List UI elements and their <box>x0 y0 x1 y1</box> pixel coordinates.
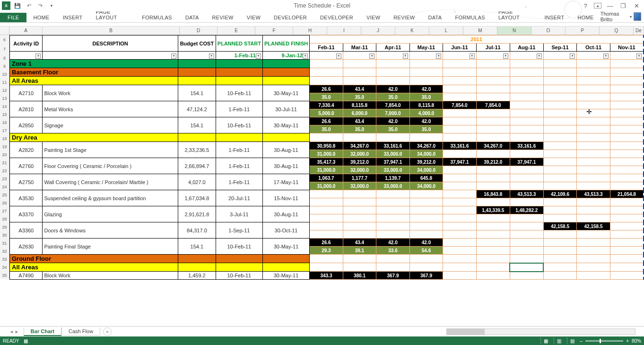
row-header[interactable]: 19 <box>0 142 9 150</box>
minimize-button[interactable]: — <box>605 1 615 10</box>
filter-dropdown-icon[interactable]: ▼ <box>171 53 176 59</box>
tab-developer[interactable]: DEVELOPER <box>267 13 313 22</box>
col-header-L[interactable]: L <box>429 27 463 35</box>
macro-record-icon[interactable]: ▦ <box>24 338 28 344</box>
zoom-in-button[interactable]: + <box>626 338 629 344</box>
col-header-A[interactable]: A <box>9 27 43 35</box>
row-header[interactable]: 12 <box>0 86 9 94</box>
row-header[interactable]: 13 <box>0 94 9 102</box>
sheet-tab[interactable]: Cash Flow <box>61 327 100 336</box>
row-header[interactable]: 17 <box>0 126 9 134</box>
col-header-Q[interactable]: Q <box>600 27 634 35</box>
row-header[interactable]: 11 <box>0 78 9 86</box>
filter-dropdown-icon[interactable]: ▼ <box>403 53 408 59</box>
tab-formulas[interactable]: FORMULAS <box>448 13 492 22</box>
ribbon-options-button[interactable]: ▴ <box>594 3 601 9</box>
col-header-E[interactable]: E <box>218 27 255 35</box>
row-header[interactable]: 9 <box>0 62 9 70</box>
filter-dropdown-icon[interactable]: ▼ <box>537 53 542 59</box>
tab-formulas[interactable]: FORMULAS <box>135 13 179 22</box>
row-header[interactable]: 26 <box>0 199 9 207</box>
qat-dropdown[interactable]: ▼ <box>46 0 57 11</box>
select-all-corner[interactable] <box>0 27 9 35</box>
tab-insert[interactable]: INSERT <box>538 13 571 22</box>
row-header[interactable]: 23 <box>0 175 9 183</box>
row-header[interactable]: 21 <box>0 159 9 167</box>
row-header[interactable]: 27 <box>0 207 9 215</box>
filter-dropdown-icon[interactable]: ▼ <box>209 53 214 59</box>
restore-button[interactable]: ❐ <box>618 1 628 10</box>
horizontal-scrollbar[interactable] <box>446 328 635 335</box>
tab-view[interactable]: VIEW <box>360 13 387 22</box>
filter-dropdown-icon[interactable]: ▼ <box>303 53 308 59</box>
row-header[interactable]: 31 <box>0 239 9 247</box>
col-header-P[interactable]: P <box>566 27 600 35</box>
user-account[interactable]: Thomas Britto ▾ <box>600 11 644 22</box>
row-header[interactable]: 30 <box>0 231 9 239</box>
tab-developer[interactable]: DEVELOPER <box>313 13 360 22</box>
col-header-F[interactable]: F <box>255 27 293 35</box>
filter-dropdown-icon[interactable]: ▼ <box>570 53 575 59</box>
tab-insert[interactable]: INSERT <box>56 13 89 22</box>
row-header[interactable]: 32 <box>0 247 9 255</box>
filter-dropdown-icon[interactable]: ▼ <box>369 53 374 59</box>
filter-dropdown-icon[interactable]: ▼ <box>636 53 642 59</box>
view-layout-button[interactable]: ▥ <box>554 337 564 344</box>
tab-view[interactable]: VIEW <box>240 13 267 22</box>
spreadsheet-grid[interactable]: Activity IDDESCRIPTIONBudget COSTPLANNED… <box>9 35 644 280</box>
filter-dropdown-icon[interactable]: ▼ <box>603 53 609 59</box>
row-header[interactable]: 8 <box>0 54 9 62</box>
close-button[interactable]: ✕ <box>632 1 641 10</box>
zoom-slider[interactable] <box>585 340 623 342</box>
col-header-D[interactable]: D <box>180 27 218 35</box>
row-header[interactable]: 7 <box>0 44 9 54</box>
row-header[interactable]: 34 <box>0 263 9 271</box>
row-header[interactable]: 20 <box>0 150 9 159</box>
row-headers[interactable]: 6789101112131415161718192021222324252627… <box>0 35 9 280</box>
row-header[interactable]: 16 <box>0 118 9 126</box>
filter-dropdown-icon[interactable]: ▼ <box>470 53 475 59</box>
view-normal-button[interactable]: ▦ <box>540 337 551 344</box>
filter-dropdown-icon[interactable]: ▼ <box>336 53 341 59</box>
col-header-J[interactable]: J <box>361 27 395 35</box>
tab-review[interactable]: REVIEW <box>387 13 421 22</box>
tab-home[interactable]: HOME <box>26 13 56 22</box>
col-header-O[interactable]: O <box>531 27 566 35</box>
row-header[interactable]: 25 <box>0 191 9 199</box>
worksheet-area[interactable]: ABDEFHIJKLMNOPQDe 6789101112131415161718… <box>0 27 644 326</box>
save-button[interactable]: 💾 <box>12 0 23 11</box>
tab-data[interactable]: DATA <box>179 13 206 22</box>
tab-file[interactable]: FILE <box>0 13 26 22</box>
col-header-B[interactable]: B <box>43 27 180 35</box>
row-header[interactable]: 14 <box>0 102 9 110</box>
col-header-N[interactable]: N <box>497 27 531 35</box>
filter-dropdown-icon[interactable]: ▼ <box>436 53 441 59</box>
filter-dropdown-icon[interactable]: ▼ <box>503 53 508 59</box>
row-header[interactable]: 22 <box>0 167 9 175</box>
row-header[interactable]: 28 <box>0 215 9 223</box>
row-header[interactable]: 10 <box>0 70 9 78</box>
filter-dropdown-icon[interactable]: ▼ <box>256 53 261 59</box>
redo-button[interactable]: ↷ <box>35 0 45 11</box>
view-pagebreak-button[interactable]: ▤ <box>567 337 577 344</box>
row-header[interactable]: 29 <box>0 223 9 231</box>
row-header[interactable]: 33 <box>0 255 9 263</box>
zoom-out-button[interactable]: – <box>580 338 583 344</box>
col-header-overflow[interactable]: De <box>634 27 644 35</box>
column-headers[interactable]: ABDEFHIJKLMNOPQDe <box>0 27 644 35</box>
row-header[interactable]: 35 <box>0 271 9 279</box>
help-button[interactable]: ? <box>581 1 590 10</box>
col-header-H[interactable]: H <box>293 27 327 35</box>
sheet-nav[interactable]: ◄► <box>9 329 19 334</box>
undo-button[interactable]: ↶ <box>24 0 34 11</box>
row-header[interactable]: 6 <box>0 35 9 44</box>
filter-dropdown-icon[interactable]: ▼ <box>35 53 41 59</box>
col-header-K[interactable]: K <box>395 27 429 35</box>
row-header[interactable]: 18 <box>0 134 9 142</box>
tab-review[interactable]: REVIEW <box>206 13 240 22</box>
col-header-I[interactable]: I <box>327 27 361 35</box>
tab-data[interactable]: DATA <box>422 13 449 22</box>
add-sheet-button[interactable]: + <box>103 327 112 336</box>
row-header[interactable]: 15 <box>0 110 9 118</box>
row-header[interactable]: 24 <box>0 183 9 191</box>
